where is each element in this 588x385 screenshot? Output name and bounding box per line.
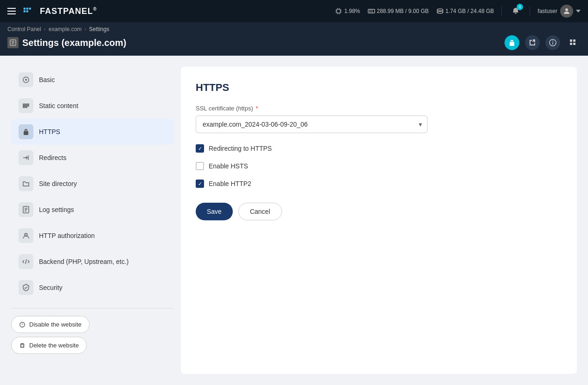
- redirect-https-label[interactable]: Redirecting to HTTPS: [196, 144, 562, 153]
- content-area: HTTPS SSL certificate (https) * example.…: [181, 67, 577, 374]
- main-layout: Basic Static content HTTPS Redirects Sit: [0, 56, 588, 385]
- svg-point-27: [552, 41, 553, 42]
- svg-rect-29: [573, 39, 575, 42]
- sidebar-label-security: Security: [39, 284, 63, 291]
- redirect-https-checkbox[interactable]: [196, 144, 204, 153]
- svg-rect-3: [24, 10, 26, 12]
- memory-stat: 288.99 MB / 9.00 GB: [368, 7, 429, 15]
- svg-rect-1: [26, 8, 28, 10]
- nav-divider2: [530, 6, 530, 16]
- sidebar-label-http-auth: HTTP authorization: [39, 232, 95, 239]
- breadcrumb-sep1: ›: [44, 26, 46, 32]
- breadcrumb-current: Settings: [89, 26, 109, 32]
- delete-website-label: Delete the website: [29, 342, 79, 349]
- breadcrumb-sep2: ›: [84, 26, 86, 32]
- backend-icon: [22, 258, 30, 265]
- svg-rect-14: [368, 9, 375, 13]
- svg-line-43: [26, 259, 26, 264]
- svg-rect-36: [23, 107, 27, 108]
- cpu-icon: [335, 7, 342, 15]
- breadcrumb-control-panel[interactable]: Control Panel: [7, 26, 41, 32]
- navbar-stats: 1.98% 288.99 MB / 9.00 GB 1.74 GB / 24.4…: [335, 5, 581, 18]
- svg-rect-46: [21, 344, 24, 347]
- notification-bell[interactable]: 0: [509, 5, 522, 18]
- sidebar-item-log-settings[interactable]: Log settings: [11, 197, 173, 223]
- sidebar-label-log: Log settings: [39, 206, 74, 213]
- redirect-https-group: Redirecting to HTTPS: [196, 144, 562, 153]
- enable-hsts-checkbox[interactable]: [196, 162, 204, 170]
- svg-point-18: [437, 12, 443, 13]
- logo-text: FASTPANEL®: [40, 6, 97, 16]
- sidebar-item-backend[interactable]: Backend (PHP, Upstream, etc.): [11, 249, 173, 275]
- svg-rect-0: [24, 8, 26, 10]
- svg-point-20: [565, 8, 568, 11]
- redirects-icon: [22, 154, 30, 161]
- log-settings-icon: [22, 206, 30, 213]
- user-menu[interactable]: fastuser: [537, 5, 581, 18]
- page-title-row: Settings (example.com): [7, 35, 581, 50]
- svg-point-33: [25, 79, 27, 81]
- enable-hsts-text: Enable HSTS: [209, 162, 248, 170]
- ssl-select[interactable]: example.com_2024-03-06-09-20_06: [196, 116, 428, 133]
- disable-website-button[interactable]: Disable the website: [11, 316, 89, 333]
- sidebar-item-basic[interactable]: Basic: [11, 67, 173, 93]
- breadcrumb-bar: Control Panel › example.com › Settings S…: [0, 22, 588, 56]
- log-icon: [19, 202, 33, 217]
- sidebar-item-redirects[interactable]: Redirects: [11, 145, 173, 171]
- sidebar-item-static-content[interactable]: Static content: [11, 93, 173, 119]
- disk-stat: 1.74 GB / 24.48 GB: [436, 7, 494, 15]
- redirect-https-text: Redirecting to HTTPS: [209, 145, 272, 152]
- layers-icon: [19, 98, 33, 113]
- external-link-button[interactable]: [525, 35, 540, 50]
- svg-rect-30: [570, 43, 572, 45]
- enable-http2-checkbox[interactable]: [196, 180, 204, 188]
- hamburger-menu[interactable]: [7, 8, 16, 14]
- power-icon: [19, 321, 26, 328]
- memory-icon: [368, 7, 375, 15]
- sidebar-item-security[interactable]: Security: [11, 275, 173, 301]
- svg-rect-35: [23, 105, 29, 106]
- sidebar-divider: [11, 308, 173, 308]
- sidebar-item-site-directory[interactable]: Site directory: [11, 171, 173, 197]
- svg-rect-2: [29, 8, 31, 10]
- enable-hsts-label[interactable]: Enable HSTS: [196, 162, 562, 170]
- svg-point-19: [437, 9, 443, 11]
- delete-website-button[interactable]: Delete the website: [11, 337, 87, 354]
- http-auth-icon: [22, 232, 30, 239]
- navbar-logo: FASTPANEL®: [7, 6, 329, 16]
- breadcrumb-domain[interactable]: example.com: [49, 26, 82, 32]
- sidebar-label-backend: Backend (PHP, Upstream, etc.): [39, 258, 128, 265]
- svg-point-42: [26, 234, 26, 235]
- disk-icon: [436, 7, 444, 15]
- sidebar-item-https[interactable]: HTTPS: [11, 119, 173, 145]
- info-button[interactable]: [545, 35, 560, 50]
- circle-icon: [19, 72, 33, 87]
- external-link-icon: [529, 39, 536, 46]
- form-actions: Save Cancel: [196, 203, 562, 220]
- page-actions: [505, 35, 581, 50]
- page-title: Settings (example.com): [7, 37, 127, 48]
- sidebar-label-redirects: Redirects: [39, 154, 66, 161]
- code-icon: [19, 254, 33, 269]
- chevron-down-icon: [576, 10, 581, 13]
- cancel-button[interactable]: Cancel: [238, 203, 282, 220]
- sidebar-item-http-auth[interactable]: HTTP authorization: [11, 223, 173, 249]
- page-icon: [7, 37, 19, 48]
- folder-icon: [19, 176, 33, 191]
- user-avatar: [560, 5, 573, 18]
- enable-http2-group: Enable HTTP2: [196, 180, 562, 188]
- trash-icon: [19, 342, 26, 349]
- save-button[interactable]: Save: [196, 203, 233, 220]
- breadcrumb: Control Panel › example.com › Settings: [7, 26, 581, 32]
- logo-icon: [19, 6, 36, 16]
- svg-rect-31: [573, 43, 575, 45]
- sidebar-label-https: HTTPS: [39, 128, 60, 135]
- ssl-certificate-group: SSL certificate (https) * example.com_20…: [196, 105, 562, 133]
- lock-action-button[interactable]: [505, 35, 519, 50]
- username-label: fastuser: [537, 8, 557, 14]
- lock-icon: [508, 39, 516, 46]
- nav-divider: [501, 6, 502, 16]
- enable-http2-label[interactable]: Enable HTTP2: [196, 180, 562, 188]
- grid-button[interactable]: [566, 35, 581, 50]
- ssl-select-wrapper: example.com_2024-03-06-09-20_06 ▾: [196, 116, 428, 133]
